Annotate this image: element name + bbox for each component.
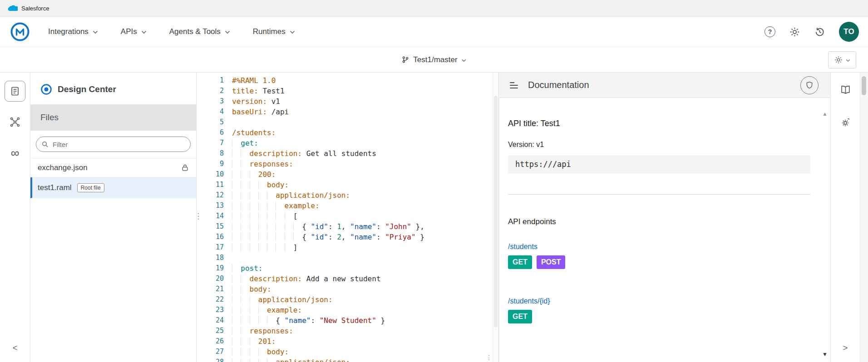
- code-line[interactable]: post:: [232, 263, 498, 274]
- project-settings-button[interactable]: [828, 51, 856, 68]
- api-endpoints-heading: API endpoints: [508, 217, 810, 226]
- files-section-label: Files: [40, 113, 59, 122]
- line-number: 4: [197, 107, 224, 117]
- salesforce-label[interactable]: Salesforce: [21, 5, 49, 12]
- branch-label: Test1/master: [413, 55, 457, 64]
- nav-item-apis[interactable]: APIs: [121, 27, 147, 36]
- endpoint-link-students[interactable]: /students: [508, 243, 538, 251]
- code-editor[interactable]: 1234567891011121314151617181920212223242…: [197, 73, 498, 362]
- code-line[interactable]: [: [232, 211, 498, 221]
- base-uri-box[interactable]: https:///api: [508, 155, 810, 173]
- mule-runtime-button[interactable]: ∞: [5, 142, 25, 163]
- mulesoft-logo-icon[interactable]: [10, 22, 30, 42]
- api-title: API title: Test1: [508, 119, 810, 128]
- branch-selector[interactable]: Test1/master: [401, 55, 466, 64]
- main-nav-bar: Integrations APIs Agents & Tools Runtime…: [0, 17, 868, 47]
- line-number: 20: [197, 274, 224, 284]
- line-number: 18: [197, 253, 224, 263]
- method-badge-get[interactable]: GET: [508, 310, 532, 323]
- endpoint-methods: GET: [508, 310, 810, 323]
- files-view-button[interactable]: [5, 81, 25, 102]
- api-reference-button[interactable]: [835, 79, 856, 100]
- line-number: 5: [197, 117, 224, 127]
- chevron-down-icon: [225, 27, 230, 36]
- code-line[interactable]: body:: [232, 180, 498, 190]
- main-content: ∞ < Design Center Files exchange.json: [0, 73, 868, 362]
- panel-resize-handle-right[interactable]: ⋮: [486, 354, 492, 361]
- nav-utilities: ? TO: [764, 22, 859, 42]
- code-line[interactable]: version: v1: [232, 96, 498, 107]
- code-line[interactable]: baseUri: /api: [232, 107, 498, 117]
- salesforce-cloud-icon[interactable]: [7, 5, 18, 12]
- mocking-service-button[interactable]: [800, 76, 819, 94]
- code-line[interactable]: { "id": 2, "name": "Priya" }: [232, 232, 498, 242]
- line-number: 12: [197, 190, 224, 201]
- scroll-down-icon[interactable]: ▼: [822, 351, 828, 357]
- code-line[interactable]: application/json:: [232, 357, 498, 362]
- collapse-left-panel-button[interactable]: <: [0, 343, 30, 353]
- search-icon: [41, 141, 49, 148]
- file-list: exchange.json test1.raml Root file: [30, 158, 196, 198]
- code-line[interactable]: example:: [232, 305, 498, 315]
- help-icon[interactable]: ?: [764, 26, 775, 37]
- code-line[interactable]: application/json:: [232, 294, 498, 305]
- code-line[interactable]: 200:: [232, 169, 498, 180]
- nav-item-agents-tools[interactable]: Agents & Tools: [169, 27, 230, 36]
- editor-code[interactable]: #%RAML 1.0title: Test1version: v1baseUri…: [232, 73, 498, 362]
- code-line[interactable]: { "name": "New Student" }: [232, 315, 498, 326]
- code-line[interactable]: 201:: [232, 336, 498, 347]
- page-scrollbar-thumb[interactable]: [862, 76, 866, 95]
- code-line[interactable]: description: Get all students: [232, 148, 498, 159]
- history-icon[interactable]: [814, 26, 825, 38]
- code-line[interactable]: example:: [232, 201, 498, 211]
- code-line[interactable]: body:: [232, 284, 498, 294]
- method-badge-post[interactable]: POST: [537, 255, 566, 269]
- documentation-scrollbar[interactable]: ▲ ▼: [821, 98, 829, 362]
- settings-tools-button[interactable]: [835, 112, 856, 133]
- gear-icon[interactable]: [789, 26, 800, 38]
- code-line[interactable]: description: Add a new student: [232, 274, 498, 284]
- scroll-up-icon[interactable]: ▲: [822, 111, 828, 117]
- chevron-down-icon: [846, 56, 850, 64]
- endpoint-link-students-id[interactable]: /students/{id}: [508, 297, 550, 305]
- code-line[interactable]: get:: [232, 138, 498, 148]
- base-uri-value: https:///api: [515, 160, 571, 169]
- code-line[interactable]: body:: [232, 347, 498, 357]
- code-line[interactable]: ]: [232, 242, 498, 253]
- design-center-title: Design Center: [58, 84, 116, 94]
- left-rail: ∞ <: [0, 73, 30, 362]
- panel-resize-handle-left[interactable]: ⋮: [197, 211, 201, 221]
- code-line[interactable]: [232, 253, 498, 263]
- lock-icon: [181, 164, 189, 171]
- line-number: 16: [197, 232, 224, 242]
- code-line[interactable]: [232, 117, 498, 127]
- git-branch-icon: [401, 56, 409, 64]
- line-number: 22: [197, 294, 224, 305]
- file-row-test1-raml[interactable]: test1.raml Root file: [30, 177, 196, 198]
- collapse-right-panel-button[interactable]: >: [831, 343, 860, 353]
- code-line[interactable]: application/json:: [232, 190, 498, 201]
- code-line[interactable]: title: Test1: [232, 86, 498, 96]
- method-badge-get[interactable]: GET: [508, 255, 532, 269]
- line-number: 17: [197, 242, 224, 253]
- editor-scrollbar[interactable]: [493, 73, 498, 362]
- network-graph-icon: [10, 117, 20, 127]
- dependencies-view-button[interactable]: [5, 112, 25, 132]
- filter-input[interactable]: [36, 137, 191, 152]
- editor-scrollbar-thumb[interactable]: [494, 96, 498, 327]
- line-number: 24: [197, 315, 224, 326]
- line-number: 23: [197, 305, 224, 315]
- nav-item-integrations[interactable]: Integrations: [48, 27, 98, 36]
- avatar[interactable]: TO: [839, 22, 859, 42]
- code-line[interactable]: responses:: [232, 326, 498, 336]
- code-line[interactable]: { "id": 1, "name": "John" },: [232, 221, 498, 232]
- line-number: 11: [197, 180, 224, 190]
- code-line[interactable]: /students:: [232, 127, 498, 138]
- file-row-exchange-json[interactable]: exchange.json: [30, 158, 196, 177]
- code-line[interactable]: #%RAML 1.0: [232, 75, 498, 86]
- project-bar: Test1/master: [0, 47, 868, 73]
- toc-icon[interactable]: [508, 79, 520, 91]
- code-line[interactable]: responses:: [232, 159, 498, 169]
- page-scrollbar[interactable]: [860, 73, 868, 362]
- nav-item-runtimes[interactable]: Runtimes: [253, 27, 295, 36]
